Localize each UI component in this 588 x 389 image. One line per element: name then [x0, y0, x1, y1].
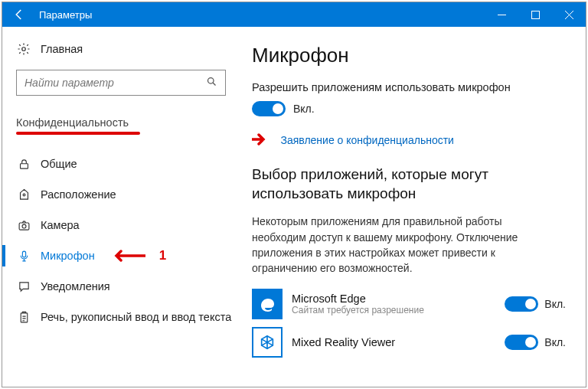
svg-rect-5	[19, 222, 29, 229]
arrow-left-icon	[12, 8, 26, 21]
master-toggle-row: Вкл.	[252, 101, 566, 116]
location-icon	[16, 188, 31, 201]
master-toggle-state: Вкл.	[293, 103, 315, 115]
app-toggle-edge[interactable]	[505, 296, 538, 312]
body: Главная Конфиденциальность Общие Располо…	[2, 27, 586, 387]
sidebar-item-label: Общие	[41, 158, 77, 170]
annotation-number-1: 1	[159, 248, 166, 263]
window-controls	[485, 2, 586, 27]
svg-point-2	[208, 78, 214, 84]
app-info: Mixed Reality Viewer	[292, 336, 495, 348]
choose-apps-heading: Выбор приложений, которые могут использо…	[252, 165, 566, 203]
close-icon	[565, 11, 573, 19]
privacy-link-row: 2 Заявление о конфиденциальности	[252, 130, 566, 150]
allow-apps-label: Разрешить приложениям использовать микро…	[252, 81, 566, 93]
search-icon	[206, 76, 217, 90]
maximize-button[interactable]	[518, 2, 552, 27]
master-toggle[interactable]	[252, 101, 286, 116]
app-row-edge: Microsoft Edge Сайтам требуется разрешен…	[252, 289, 566, 319]
svg-rect-7	[22, 251, 25, 257]
svg-rect-3	[20, 163, 28, 168]
app-row-mrv: Mixed Reality Viewer Вкл.	[252, 327, 566, 358]
app-toggle-state: Вкл.	[544, 336, 566, 348]
annotation-arrow-2	[252, 130, 268, 150]
app-toggle-mrv[interactable]	[505, 335, 538, 350]
sidebar-item-label: Камера	[41, 219, 80, 231]
app-name: Mixed Reality Viewer	[292, 336, 495, 348]
annotation-arrow-1	[112, 250, 145, 262]
sidebar-section-title: Конфиденциальность	[16, 116, 129, 129]
svg-rect-0	[531, 11, 539, 18]
privacy-statement-link[interactable]: Заявление о конфиденциальности	[280, 134, 453, 146]
sidebar-item-location[interactable]: Расположение	[16, 179, 252, 210]
main-content: Микрофон Разрешить приложениям использов…	[252, 27, 586, 387]
choose-apps-desc: Некоторым приложениям для правильной раб…	[252, 214, 543, 276]
close-button[interactable]	[552, 2, 586, 27]
sidebar-item-speech[interactable]: Речь, рукописный ввод и ввод текста	[16, 302, 252, 332]
home-nav[interactable]: Главная	[16, 42, 252, 56]
sidebar: Главная Конфиденциальность Общие Располо…	[2, 27, 252, 387]
window-title: Параметры	[39, 9, 485, 21]
app-info: Microsoft Edge Сайтам требуется разрешен…	[292, 293, 495, 315]
sidebar-item-label: Микрофон	[41, 250, 95, 262]
settings-window: Параметры Главная	[2, 2, 586, 387]
sidebar-item-general[interactable]: Общие	[16, 149, 252, 179]
chat-icon	[16, 280, 31, 293]
back-button[interactable]	[2, 2, 36, 27]
page-heading: Микрофон	[252, 44, 566, 67]
app-name: Microsoft Edge	[292, 293, 495, 305]
gear-icon	[16, 42, 31, 56]
maximize-icon	[531, 11, 540, 19]
search-input[interactable]	[24, 77, 206, 89]
svg-point-6	[22, 224, 26, 228]
svg-point-1	[22, 47, 26, 51]
app-sub: Сайтам требуется разрешение	[292, 305, 495, 315]
app-toggle-col: Вкл.	[505, 296, 566, 312]
search-box[interactable]	[16, 70, 226, 96]
camera-icon	[16, 219, 31, 232]
app-toggle-state: Вкл.	[544, 298, 566, 310]
sidebar-item-label: Речь, рукописный ввод и ввод текста	[41, 311, 231, 323]
lock-icon	[16, 158, 31, 171]
sidebar-item-label: Уведомления	[41, 280, 110, 293]
clipboard-icon	[16, 311, 31, 324]
annotation-underline	[16, 132, 140, 135]
sidebar-item-notifications[interactable]: Уведомления	[16, 271, 252, 302]
edge-icon	[252, 289, 283, 319]
titlebar: Параметры	[2, 2, 586, 27]
mixed-reality-icon	[252, 327, 283, 358]
sidebar-item-microphone[interactable]: Микрофон 1	[16, 240, 252, 271]
sidebar-item-camera[interactable]: Камера	[16, 210, 252, 240]
sidebar-item-label: Расположение	[41, 188, 116, 201]
mic-icon	[16, 250, 31, 263]
svg-point-4	[23, 194, 25, 196]
app-toggle-col: Вкл.	[505, 335, 566, 350]
minimize-button[interactable]	[485, 2, 518, 27]
home-label: Главная	[41, 43, 83, 55]
minimize-icon	[498, 11, 506, 19]
